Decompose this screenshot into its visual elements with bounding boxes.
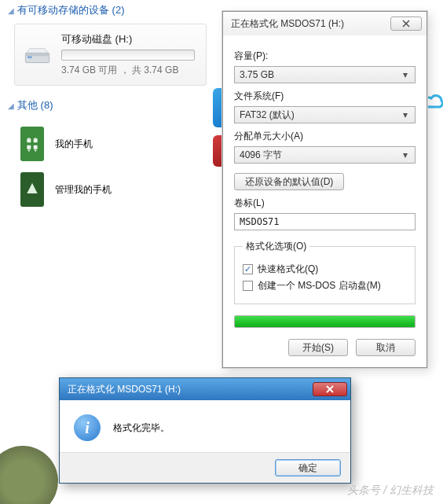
filesystem-value: FAT32 (默认) xyxy=(240,109,295,122)
info-icon: i xyxy=(74,414,101,441)
svg-rect-1 xyxy=(25,53,49,56)
messagebox-title-text: 正在格式化 MSDOS71 (H:) xyxy=(68,383,181,396)
close-button[interactable] xyxy=(390,17,422,31)
start-button[interactable]: 开始(S) xyxy=(288,339,348,356)
alloc-combo[interactable]: 4096 字节 ▾ xyxy=(234,146,416,164)
volume-label-label: 卷标(L) xyxy=(234,197,416,210)
drive-subtitle: 3.74 GB 可用 ， 共 3.74 GB xyxy=(61,64,195,77)
alloc-label: 分配单元大小(A) xyxy=(234,130,416,143)
filesystem-combo[interactable]: FAT32 (默认) ▾ xyxy=(234,106,416,123)
drive-title: 可移动磁盘 (H:) xyxy=(61,32,195,46)
format-progress-bar xyxy=(234,315,416,328)
section-title: 其他 (8) xyxy=(17,98,53,112)
close-button[interactable] xyxy=(313,382,347,396)
other-item-label: 管理我的手机 xyxy=(55,183,112,197)
quick-format-checkbox[interactable] xyxy=(243,264,253,274)
quick-format-label: 快速格式化(Q) xyxy=(258,263,318,276)
watermark-seal xyxy=(0,446,58,504)
close-icon xyxy=(401,20,411,28)
alloc-value: 4096 字节 xyxy=(240,149,282,162)
phone-icon xyxy=(20,127,44,161)
capacity-value: 3.75 GB xyxy=(240,69,274,80)
messagebox-titlebar[interactable]: 正在格式化 MSDOS71 (H:) xyxy=(60,378,350,400)
format-dialog-titlebar[interactable]: 正在格式化 MSDOS71 (H:) xyxy=(223,12,427,35)
chevron-down-icon: ▾ xyxy=(399,109,412,120)
format-options-legend: 格式化选项(O) xyxy=(243,240,309,253)
collapse-icon: ◢ xyxy=(8,101,14,110)
drive-icon xyxy=(24,41,50,69)
capacity-label: 容量(P): xyxy=(234,50,416,63)
filesystem-label: 文件系统(F) xyxy=(234,90,416,103)
section-title: 有可移动存储的设备 (2) xyxy=(17,3,125,17)
messagebox-text: 格式化完毕。 xyxy=(113,421,170,435)
other-item-label: 我的手机 xyxy=(55,138,93,151)
msdos-boot-checkbox[interactable] xyxy=(243,281,253,291)
capacity-combo[interactable]: 3.75 GB ▾ xyxy=(234,66,416,83)
format-dialog: 正在格式化 MSDOS71 (H:) 容量(P): 3.75 GB ▾ 文件系统… xyxy=(222,11,427,368)
removable-drive-card[interactable]: 可移动磁盘 (H:) 3.74 GB 可用 ， 共 3.74 GB xyxy=(14,24,207,86)
chevron-down-icon: ▾ xyxy=(399,69,412,80)
volume-label-input[interactable] xyxy=(234,213,416,230)
collapse-icon: ◢ xyxy=(8,6,14,15)
format-progress-fill xyxy=(235,316,415,327)
svg-rect-2 xyxy=(27,56,32,58)
format-complete-messagebox: 正在格式化 MSDOS71 (H:) i 格式化完毕。 确定 xyxy=(59,377,351,484)
ok-button[interactable]: 确定 xyxy=(275,459,341,476)
drive-usage-bar xyxy=(61,50,195,61)
msdos-boot-label: 创建一个 MS-DOS 启动盘(M) xyxy=(258,279,381,292)
watermark-credit: 头条号 / 幻生科技 xyxy=(347,484,434,498)
cancel-button[interactable]: 取消 xyxy=(356,339,416,356)
phone-manage-icon xyxy=(20,172,44,207)
restore-defaults-button[interactable]: 还原设备的默认值(D) xyxy=(234,173,344,190)
format-options-fieldset: 格式化选项(O) 快速格式化(Q) 创建一个 MS-DOS 启动盘(M) xyxy=(234,240,416,304)
dialog-title-text: 正在格式化 MSDOS71 (H:) xyxy=(231,17,344,31)
close-icon xyxy=(325,385,335,393)
chevron-down-icon: ▾ xyxy=(399,149,412,160)
